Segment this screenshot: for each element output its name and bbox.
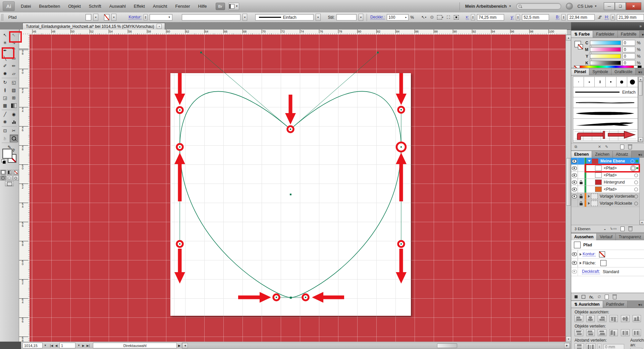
menu-objekt[interactable]: Objekt — [64, 0, 85, 12]
gradient-tool[interactable] — [10, 102, 18, 109]
delete-item-icon[interactable] — [613, 296, 616, 299]
tab-symbole[interactable]: Symbole — [589, 68, 611, 75]
visibility-toggle[interactable] — [571, 186, 578, 193]
visibility-toggle[interactable] — [571, 165, 578, 171]
scroll-right-icon[interactable]: ▶ — [564, 343, 570, 348]
basic-brush-row[interactable]: Einfach — [573, 87, 638, 97]
fill-dropdown-button[interactable]: ▼ — [93, 14, 98, 21]
width-label[interactable]: B: — [556, 15, 559, 20]
layer-thumbnail[interactable] — [595, 172, 602, 178]
restore-button[interactable]: ❏ — [615, 2, 626, 10]
width-field[interactable]: 22,94 mm — [568, 14, 595, 20]
scroll-down-icon[interactable]: ▼ — [640, 220, 644, 225]
isolate-object-icon[interactable]: ⛶ — [445, 14, 451, 21]
vertical-distribute-space-button[interactable] — [575, 343, 584, 349]
width-profile-dropdown[interactable]: ▼ — [243, 14, 247, 21]
cyan-slider[interactable] — [590, 41, 621, 45]
clear-appearance-icon[interactable]: ∅ — [598, 295, 601, 299]
fill-swatch[interactable] — [600, 260, 606, 266]
distribute-left-button[interactable] — [609, 329, 618, 336]
new-sublayer-icon[interactable]: ↳▭ — [610, 227, 617, 231]
dock-collapse-bar[interactable]: » — [571, 22, 644, 30]
tab-zeichen[interactable]: Zeichen — [592, 151, 613, 158]
layer-row-pfad-1[interactable]: <Pfad> — [571, 165, 639, 172]
blend-tool[interactable]: ◉ — [10, 111, 18, 118]
type-tool[interactable]: T — [10, 47, 18, 54]
appearance-fill-row[interactable]: Fläche: — [571, 259, 644, 267]
brush-item[interactable] — [606, 77, 616, 87]
last-artboard-icon[interactable]: ▶| — [87, 344, 90, 347]
y-stepper[interactable]: ▲▼ — [516, 14, 520, 20]
recolor-artwork-icon[interactable]: ❂ — [429, 14, 435, 21]
align-left-button[interactable] — [575, 315, 583, 322]
search-box[interactable] — [516, 3, 561, 9]
layer-name[interactable]: <Pfad> — [604, 166, 617, 170]
layer-thumbnail[interactable] — [595, 165, 602, 171]
target-icon[interactable] — [634, 188, 638, 191]
eraser-tool[interactable]: ▱ — [10, 70, 18, 77]
expand-icon[interactable] — [580, 253, 582, 256]
variable-width-profile-field[interactable] — [182, 14, 240, 20]
stroke-dropdown-button[interactable]: ▼ — [111, 14, 116, 21]
y-coordinate-label[interactable]: y: — [511, 15, 514, 20]
lasso-tool[interactable]: ∿ — [10, 39, 18, 46]
height-field[interactable]: 21,39 mm — [617, 14, 644, 20]
black-value-field[interactable]: 0 — [623, 60, 635, 66]
document-tab[interactable]: Tutorial_Einladungskarte_Hochzeit.ai* be… — [22, 23, 165, 30]
visibility-toggle[interactable] — [571, 172, 578, 179]
tab-farbfelder[interactable]: Farbfelder — [593, 31, 618, 38]
visibility-toggle[interactable] — [571, 267, 578, 276]
layer-row-pfad-2[interactable]: <Pfad> — [571, 172, 639, 179]
distribute-bottom-button[interactable] — [598, 329, 606, 336]
arrow-brush-row[interactable] — [573, 130, 638, 141]
style-dropdown[interactable]: ▼ — [359, 14, 363, 21]
artboard-number-field[interactable]: 1 — [59, 343, 75, 348]
lock-toggle[interactable] — [578, 158, 585, 164]
lock-toggle[interactable] — [578, 200, 585, 207]
cyan-value-field[interactable]: 0 — [623, 40, 635, 46]
layer-thumbnail[interactable] — [595, 180, 602, 185]
horizontal-scrollbar[interactable]: ◀ ▶ — [182, 343, 570, 349]
duplicate-item-icon[interactable] — [605, 295, 609, 299]
layer-name[interactable]: Vorlage Vorderseite — [600, 194, 634, 199]
width-tool[interactable]: ≬ — [1, 87, 9, 94]
brush-definition-field[interactable]: Einfach — [255, 14, 314, 20]
lock-toggle[interactable] — [578, 186, 585, 193]
symbol-sprayer-tool[interactable]: ❋ — [1, 118, 9, 126]
menu-effekt[interactable]: Effekt — [130, 0, 149, 12]
zoom-tool[interactable] — [10, 135, 18, 142]
line-segment-tool[interactable]: ╲ — [1, 55, 9, 62]
lock-toggle[interactable] — [578, 179, 585, 186]
tab-grafikstile[interactable]: Grafikstile — [611, 68, 636, 75]
minimize-button[interactable]: — — [604, 2, 615, 10]
arrange-documents-button[interactable]: ▼ — [228, 3, 239, 10]
new-fill-icon[interactable] — [582, 295, 585, 299]
zoom-dropdown-icon[interactable]: ▼ — [44, 344, 47, 347]
fill-swatch[interactable] — [2, 149, 12, 159]
status-tool-field[interactable]: Direktauswahl — [93, 343, 177, 348]
x-stepper[interactable]: ▲▼ — [471, 14, 475, 20]
delete-layer-icon[interactable] — [629, 228, 632, 231]
layer-row-vorlage-vorderseite[interactable]: Vorlage Vorderseite — [571, 193, 639, 200]
visibility-toggle[interactable] — [571, 179, 578, 186]
shape-builder-tool[interactable]: ◲ — [1, 94, 9, 101]
draw-inside-button[interactable] — [13, 176, 19, 181]
next-artboard-icon[interactable]: ▶ — [82, 344, 85, 347]
make-clipping-mask-icon[interactable]: ◒ — [604, 227, 606, 231]
select-similar-objects-icon[interactable]: ↖▾ — [421, 14, 427, 21]
tab-pathfinder[interactable]: Pathfinder — [603, 301, 628, 308]
brush-libraries-icon[interactable]: ⧉ — [575, 145, 577, 149]
expand-icon[interactable] — [588, 202, 590, 205]
previous-artboard-icon[interactable]: ◀ — [55, 344, 57, 347]
tab-farbe[interactable]: ⇅ Farbe — [571, 31, 593, 38]
yellow-value-field[interactable]: 0 — [623, 53, 635, 59]
magenta-slider[interactable] — [590, 47, 621, 52]
close-button[interactable]: ✕ — [626, 2, 641, 10]
distribute-top-button[interactable] — [575, 329, 583, 336]
magic-wand-tool[interactable]: ✳ — [1, 39, 9, 46]
color-mode-button[interactable] — [0, 170, 6, 175]
layer-name[interactable]: <Pfad> — [604, 187, 617, 192]
visibility-toggle[interactable] — [571, 250, 578, 258]
tab-ausrichten[interactable]: ⇅ Ausrichten — [571, 301, 603, 308]
height-label[interactable]: H: — [605, 15, 609, 20]
